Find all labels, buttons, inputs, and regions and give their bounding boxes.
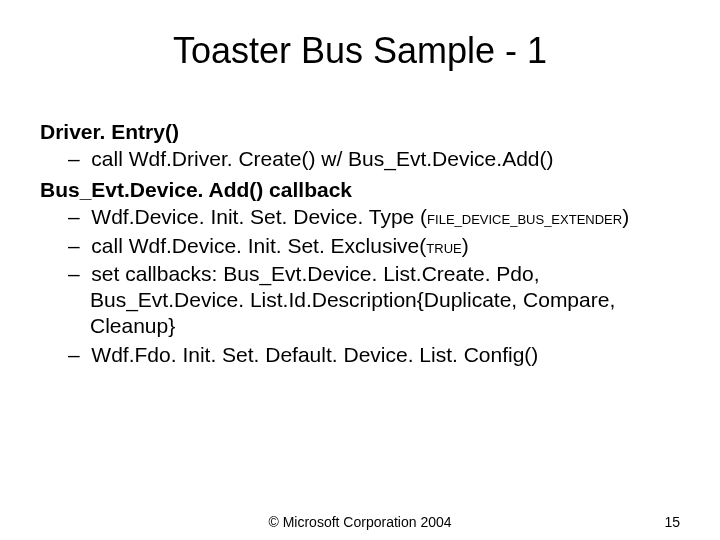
text: Wdf.Device. Init. Set. Device. Type ( xyxy=(91,205,427,228)
small-text: TRUE xyxy=(426,241,461,256)
text: ) xyxy=(462,234,469,257)
page-number: 15 xyxy=(664,514,680,530)
text: ) xyxy=(622,205,629,228)
body: Driver. Entry() call Wdf.Driver. Create(… xyxy=(40,120,680,368)
bullet-item: call Wdf.Device. Init. Set. Exclusive(TR… xyxy=(68,233,680,259)
bullet-item: Wdf.Fdo. Init. Set. Default. Device. Lis… xyxy=(68,342,680,368)
bullet-item: Wdf.Device. Init. Set. Device. Type (FIL… xyxy=(68,204,680,230)
section-head-driverentry: Driver. Entry() xyxy=(40,120,680,144)
bullet-item: set callbacks: Bus_Evt.Device. List.Crea… xyxy=(68,261,680,340)
copyright: © Microsoft Corporation 2004 xyxy=(0,514,720,530)
bullet-item: call Wdf.Driver. Create() w/ Bus_Evt.Dev… xyxy=(68,146,680,172)
slide: Toaster Bus Sample - 1 Driver. Entry() c… xyxy=(0,0,720,540)
text: call Wdf.Device. Init. Set. Exclusive( xyxy=(91,234,426,257)
section-head-callback: Bus_Evt.Device. Add() callback xyxy=(40,178,680,202)
small-text: FILE_DEVICE_BUS_EXTENDER xyxy=(427,212,622,227)
slide-title: Toaster Bus Sample - 1 xyxy=(40,30,680,72)
